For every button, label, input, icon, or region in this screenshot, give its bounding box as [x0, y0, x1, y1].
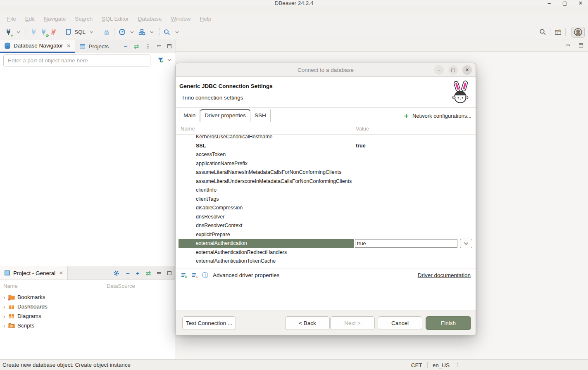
property-row[interactable]: externalAuthenticationRedirectHandlers — [176, 248, 475, 257]
property-row[interactable]: dnsResolver — [176, 213, 475, 222]
expand-chevron-icon[interactable]: › — [2, 313, 6, 320]
property-row[interactable]: explicitPrepare — [176, 230, 475, 240]
tab-driver-properties[interactable]: Driver properties — [200, 109, 250, 122]
sql-editor-dropdown[interactable] — [86, 27, 96, 37]
property-row[interactable]: accessToken — [176, 150, 475, 159]
property-row[interactable]: disableCompression — [176, 204, 475, 213]
add-property-icon[interactable] — [181, 272, 188, 279]
test-connection-button[interactable]: Test Connection ... — [182, 316, 236, 330]
cancel-button[interactable]: Cancel — [378, 316, 422, 330]
maximize-editor-icon[interactable] — [579, 43, 583, 47]
new-connection-dropdown[interactable] — [13, 27, 23, 37]
finish-button[interactable]: Finish — [426, 316, 471, 330]
tab-close-icon[interactable]: ✕ — [59, 270, 63, 276]
property-row[interactable]: assumeLiteralNamesInMetadataCallsForNonC… — [176, 168, 475, 177]
tree-item-diagrams[interactable]: › Diagrams — [0, 311, 176, 321]
menu-help[interactable]: Help — [195, 16, 216, 22]
account-avatar-button[interactable] — [571, 27, 585, 38]
dialog-maximize-button[interactable]: ▢ — [448, 65, 458, 75]
menu-edit[interactable]: Edit — [21, 16, 39, 22]
tab-ssh[interactable]: SSH — [250, 109, 271, 122]
property-value-input[interactable] — [355, 239, 457, 248]
property-row[interactable]: extraCredentials — [176, 266, 475, 268]
database-icon — [4, 43, 11, 49]
collapse-all-icon[interactable]: − — [126, 270, 130, 276]
sql-label[interactable]: SQL — [74, 29, 86, 35]
open-perspective-icon[interactable] — [553, 27, 563, 37]
driver-documentation-link[interactable]: Driver documentation — [418, 272, 471, 278]
property-row[interactable]: KerberosUseCanonicalHostname — [176, 135, 475, 142]
tab-main[interactable]: Main — [179, 109, 200, 122]
expand-chevron-icon[interactable]: › — [2, 304, 6, 310]
property-row[interactable]: applicationNamePrefix — [176, 159, 475, 168]
menu-window[interactable]: Window — [166, 16, 195, 22]
property-row[interactable]: SSLtrue — [176, 142, 475, 151]
tree-item-label: Scripts — [17, 323, 34, 329]
view-menu-icon[interactable]: ⋮ — [145, 43, 151, 49]
property-row[interactable]: externalAuthenticationTokenCache — [176, 257, 475, 266]
locale-indicator[interactable]: en_US — [428, 362, 455, 368]
window-close-button[interactable]: ✕ — [577, 0, 584, 6]
driver-manager-icon[interactable] — [137, 27, 147, 37]
dialog-minimize-button[interactable]: – — [434, 65, 444, 75]
search-dropdown[interactable] — [172, 27, 182, 37]
back-button[interactable]: < Back — [285, 316, 330, 330]
column-value[interactable]: Value — [356, 126, 369, 132]
driver-manager-dropdown[interactable] — [147, 27, 157, 37]
disconnect-icon[interactable] — [48, 27, 58, 37]
tree-item-dashboards[interactable]: › Dashboards — [0, 302, 176, 311]
expand-chevron-icon[interactable]: › — [2, 294, 6, 301]
menu-navigate[interactable]: Navigate — [39, 16, 70, 22]
column-datasource[interactable]: DataSource — [107, 283, 135, 289]
expand-chevron-icon[interactable]: › — [2, 323, 6, 329]
dialog-tab-strip: Main Driver properties SSH + Network con… — [176, 108, 476, 122]
window-maximize-button[interactable]: ▢ — [562, 0, 568, 6]
tab-projects[interactable]: Projects — [75, 40, 113, 53]
sql-editor-icon[interactable] — [64, 27, 74, 37]
filter-dropdown-icon[interactable] — [167, 59, 171, 62]
remove-property-icon[interactable] — [191, 272, 198, 279]
expand-all-icon[interactable]: + — [136, 270, 140, 276]
dialog-close-button[interactable]: ✕ — [462, 65, 472, 75]
property-row[interactable]: clientInfo — [176, 186, 475, 195]
minimize-view-icon[interactable] — [157, 272, 161, 274]
filter-funnel-icon[interactable] — [157, 57, 164, 64]
menu-file[interactable]: File — [2, 16, 21, 22]
property-row[interactable]: assumeLiteralUnderscoreInMetadataCallsFo… — [176, 177, 475, 186]
timezone-indicator[interactable]: CET — [406, 362, 427, 368]
reconnect-icon[interactable]: ⟳ — [38, 27, 48, 37]
menu-search[interactable]: Search — [70, 16, 97, 22]
column-name[interactable]: Name — [0, 283, 18, 289]
dialog-titlebar[interactable]: Connect to a database – ▢ ✕ — [176, 63, 476, 77]
dashboard-dropdown[interactable] — [127, 27, 137, 37]
dialog-button-bar: Test Connection ... < Back Next > Cancel… — [176, 311, 476, 335]
link-with-editor-icon[interactable]: ⇄ — [133, 43, 139, 50]
tab-project-general[interactable]: Project - General ✕ — [0, 266, 68, 280]
maximize-view-icon[interactable] — [167, 44, 171, 48]
link-with-editor-icon[interactable]: ⇄ — [145, 270, 151, 276]
connect-icon[interactable] — [29, 27, 38, 37]
property-row[interactable]: clientTags — [176, 195, 475, 204]
menu-sql-editor[interactable]: SQL Editor — [97, 16, 133, 22]
dashboard-icon[interactable] — [117, 27, 127, 37]
new-connection-icon[interactable]: + — [3, 27, 13, 37]
tree-item-scripts[interactable]: › Scripts — [0, 321, 176, 330]
tab-database-navigator[interactable]: Database Navigator ✕ — [0, 40, 75, 53]
quick-search-icon[interactable] — [538, 27, 548, 37]
property-row[interactable]: dnsResolverContext — [176, 221, 475, 230]
collapse-all-icon[interactable]: − — [124, 43, 128, 50]
column-name[interactable]: Name — [181, 126, 195, 132]
value-dropdown-button[interactable] — [460, 239, 472, 248]
tab-close-icon[interactable]: ✕ — [67, 43, 71, 49]
window-minimize-button[interactable]: – — [546, 0, 552, 6]
minimize-view-icon[interactable] — [157, 45, 161, 47]
search-icon[interactable] — [162, 27, 172, 37]
configure-gear-icon[interactable] — [113, 270, 120, 277]
property-row-selected[interactable]: externalAuthentication — [176, 239, 475, 248]
tree-item-bookmarks[interactable]: › ★ Bookmarks — [0, 292, 176, 302]
network-configurations-button[interactable]: + Network configurations... — [404, 113, 471, 122]
minimize-editor-icon[interactable] — [566, 45, 570, 46]
menu-database[interactable]: Database — [133, 16, 167, 22]
maximize-view-icon[interactable] — [167, 271, 171, 275]
object-filter-input[interactable] — [3, 55, 150, 66]
